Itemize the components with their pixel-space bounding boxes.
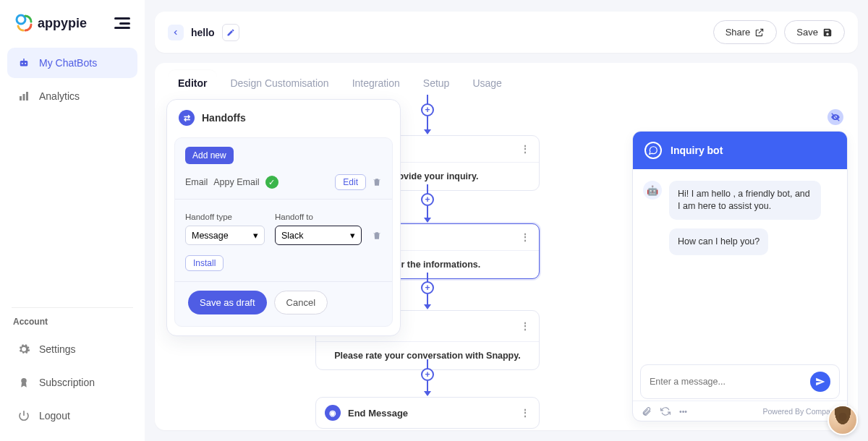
tab-usage[interactable]: Usage: [462, 70, 511, 98]
eye-off-icon: [830, 112, 841, 122]
sidebar-item-chatbots[interactable]: My ChatBots: [7, 48, 137, 78]
node-menu-button[interactable]: ⋮: [520, 231, 530, 243]
save-label: Save: [796, 27, 818, 38]
save-draft-label: Save as draft: [200, 297, 255, 308]
install-label: Install: [193, 258, 216, 268]
powered-by: Powered By Company: [763, 407, 838, 416]
chat-message: Hi! I am hello , a friendly bot, and I a…: [669, 181, 821, 220]
chat-header: Inquiry bot: [633, 132, 847, 169]
sidebar-item-label: Logout: [39, 410, 70, 421]
chevron-down-icon: ▾: [350, 230, 355, 241]
logo-icon: [14, 13, 35, 33]
node-title: End Message: [348, 408, 408, 419]
delete-email-button[interactable]: [372, 177, 382, 187]
handoff-to-value: Slack: [281, 231, 304, 241]
add-new-label: Add new: [192, 150, 226, 160]
chat-footer: ••• Powered By Company: [633, 401, 847, 421]
chat-input-row: [640, 364, 840, 399]
email-value: Appy Email: [213, 177, 259, 187]
share-icon: [754, 27, 765, 38]
save-icon: [822, 27, 833, 38]
add-node-button[interactable]: +: [421, 103, 434, 116]
sidebar-item-label: My ChatBots: [39, 57, 97, 69]
menu-toggle-icon[interactable]: [114, 17, 130, 29]
tab-label: Design Customisation: [230, 77, 328, 89]
chat-message: How can I help you?: [669, 228, 768, 255]
send-icon: [815, 377, 825, 387]
tab-label: Integration: [352, 77, 400, 89]
sidebar-item-logout[interactable]: Logout: [7, 401, 137, 431]
delete-handoff-button[interactable]: [372, 231, 382, 241]
node-menu-button[interactable]: ⋮: [520, 320, 530, 332]
edit-email-button[interactable]: Edit: [335, 174, 366, 190]
cancel-label: Cancel: [286, 297, 315, 308]
add-node-button[interactable]: +: [421, 193, 434, 206]
handoff-type-select[interactable]: Message ▾: [185, 226, 265, 245]
more-icon[interactable]: •••: [679, 407, 687, 416]
tab-label: Editor: [178, 77, 207, 89]
tab-integration[interactable]: Integration: [342, 70, 410, 98]
header-left: hello: [168, 24, 239, 41]
flow-node-end[interactable]: ◉ End Message ⋮: [315, 397, 540, 429]
robot-icon: [17, 56, 30, 69]
tab-design[interactable]: Design Customisation: [220, 70, 339, 98]
sidebar-item-subscription[interactable]: Subscription: [7, 367, 137, 398]
svg-point-8: [21, 378, 27, 384]
handoff-to-select[interactable]: Slack ▾: [275, 226, 362, 245]
logo: appypie: [14, 13, 87, 33]
add-node-button[interactable]: +: [421, 281, 434, 294]
edit-label: Edit: [343, 177, 358, 187]
add-node-button[interactable]: +: [421, 368, 434, 381]
sidebar-item-label: Settings: [39, 343, 76, 355]
header-right: Share Save: [713, 20, 845, 44]
cancel-button[interactable]: Cancel: [274, 291, 328, 314]
popover-header: ⇄ Handoffs: [167, 100, 400, 133]
attachment-icon[interactable]: [642, 406, 652, 416]
power-icon: [17, 409, 30, 422]
chevron-down-icon: ▾: [253, 230, 258, 241]
send-button[interactable]: [810, 372, 830, 392]
analytics-icon: [17, 90, 30, 103]
chat-title: Inquiry bot: [671, 145, 723, 156]
account-section-label: Account: [7, 317, 137, 334]
handoff-to-label: Handoff to: [275, 213, 362, 221]
bot-avatar-icon: 🤖: [643, 181, 662, 200]
content: Editor Design Customisation Integration …: [155, 63, 858, 430]
sidebar: appypie My ChatBots Analytics Account Se…: [0, 0, 145, 441]
logo-row: appypie: [7, 13, 137, 48]
add-new-button[interactable]: Add new: [185, 147, 234, 164]
sidebar-item-settings[interactable]: Settings: [7, 334, 137, 364]
chat-icon: [644, 142, 662, 159]
handoffs-popover: ⇄ Handoffs Add new Email Appy Email ✓ Ed…: [166, 99, 401, 336]
editor-canvas[interactable]: + ⋮ se provide your inquiry. + ⋮ nks for…: [155, 95, 858, 430]
node-menu-button[interactable]: ⋮: [520, 143, 530, 155]
tab-label: Setup: [423, 77, 450, 89]
handoff-fields-row: Handoff type Message ▾ Handoff to Slack …: [185, 213, 382, 245]
edit-name-button[interactable]: [222, 24, 239, 41]
sidebar-item-label: Subscription: [39, 377, 95, 388]
svg-point-0: [17, 15, 25, 24]
back-button[interactable]: [168, 25, 184, 40]
save-draft-button[interactable]: Save as draft: [188, 291, 267, 314]
share-button[interactable]: Share: [713, 20, 778, 44]
sidebar-item-analytics[interactable]: Analytics: [7, 81, 137, 111]
svg-rect-7: [26, 92, 28, 100]
svg-rect-6: [23, 94, 25, 100]
svg-point-3: [25, 63, 26, 64]
svg-point-2: [22, 63, 23, 64]
chat-input[interactable]: [650, 377, 803, 387]
refresh-icon[interactable]: [660, 406, 671, 416]
install-button[interactable]: Install: [185, 255, 224, 271]
tabs: Editor Design Customisation Integration …: [155, 63, 858, 98]
support-avatar[interactable]: [827, 405, 858, 435]
save-button[interactable]: Save: [784, 20, 845, 44]
main: hello Share Save Editor Design Customisa…: [145, 0, 868, 441]
preview-toggle-button[interactable]: [827, 109, 843, 125]
sidebar-item-label: Analytics: [39, 90, 80, 102]
sidebar-account-section: Account Settings Subscription Logout: [7, 300, 137, 434]
tab-setup[interactable]: Setup: [413, 70, 460, 98]
node-menu-button[interactable]: ⋮: [520, 407, 530, 419]
popover-title: Handoffs: [202, 112, 246, 124]
tab-editor[interactable]: Editor: [168, 70, 217, 98]
handoff-type-label: Handoff type: [185, 213, 265, 221]
